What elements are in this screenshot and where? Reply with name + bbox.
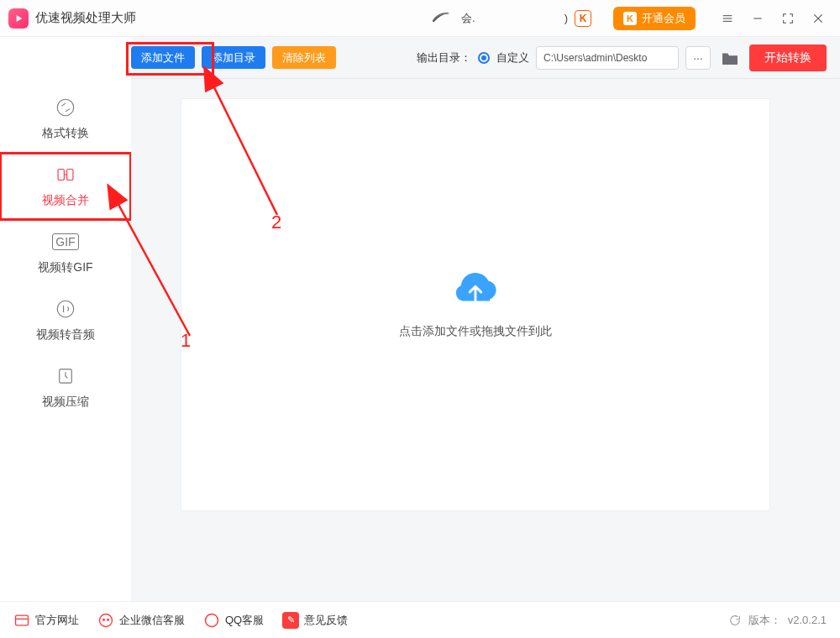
sidebar-item-format-convert[interactable]: 格式转换 [0, 86, 131, 153]
brand-swoosh-icon [431, 8, 453, 28]
output-custom-label: 自定义 [496, 50, 529, 65]
svg-point-15 [103, 619, 105, 620]
sidebar-item-label: 视频压缩 [42, 395, 89, 410]
svg-point-16 [108, 619, 109, 620]
add-file-button[interactable]: 添加文件 [131, 46, 195, 70]
footer-link-label: 企业微信客服 [119, 613, 185, 628]
svg-point-6 [57, 99, 74, 116]
output-custom-radio[interactable] [478, 52, 490, 64]
qq-icon [203, 612, 220, 629]
folder-icon [721, 50, 739, 65]
compress-icon [52, 363, 79, 390]
merge-icon [52, 161, 79, 188]
vip-button-label: 开通会员 [642, 11, 685, 26]
svg-point-17 [206, 614, 218, 626]
sidebar-item-label: 视频转GIF [38, 260, 92, 275]
main-area: 点击添加文件或拖拽文件到此 [131, 79, 840, 601]
gif-icon: GIF [52, 228, 79, 255]
k-badge-icon: K [575, 10, 591, 27]
wechat-icon [97, 612, 114, 629]
minimize-button[interactable] [746, 7, 769, 30]
sidebar-item-video-merge[interactable]: 视频合并 [0, 153, 131, 220]
greeting-text: 会. [461, 11, 475, 26]
version-info: 版本： v2.0.2.1 [728, 613, 827, 628]
footer-link-label: 意见反馈 [304, 613, 348, 628]
app-logo [8, 8, 29, 29]
drop-hint-text: 点击添加文件或拖拽文件到此 [399, 324, 552, 339]
version-label: 版本： [748, 613, 781, 628]
footer-link-label: 官方网址 [35, 613, 79, 628]
footer-link-label: QQ客服 [225, 613, 264, 628]
sidebar-item-label: 视频转音频 [36, 327, 95, 343]
footer-wechat-support[interactable]: 企业微信客服 [97, 612, 185, 629]
svg-rect-12 [16, 615, 29, 625]
open-folder-button[interactable] [717, 46, 743, 70]
app-title: 优速视频处理大师 [35, 10, 136, 26]
close-button[interactable] [806, 7, 830, 30]
feedback-icon: ✎ [282, 612, 299, 629]
footer-feedback[interactable]: ✎ 意见反馈 [282, 612, 348, 629]
sidebar-item-video-to-audio[interactable]: 视频转音频 [0, 287, 131, 354]
fullscreen-button[interactable] [776, 7, 800, 30]
open-vip-button[interactable]: K 开通会员 [613, 7, 696, 30]
play-icon [13, 13, 24, 24]
sidebar: 格式转换 视频合并 GIF 视频转GIF 视频转音频 视频压缩 [0, 37, 131, 601]
titlebar: 优速视频处理大师 会. ) K K 开通会员 [0, 0, 840, 37]
convert-icon [52, 94, 79, 121]
clear-list-button[interactable]: 清除列表 [272, 46, 336, 70]
sidebar-item-label: 格式转换 [42, 126, 89, 141]
globe-icon [13, 612, 30, 629]
vip-k-icon: K [623, 12, 637, 25]
footer-qq-support[interactable]: QQ客服 [203, 612, 264, 629]
add-folder-button[interactable]: 添加目录 [202, 46, 265, 70]
sidebar-item-video-to-gif[interactable]: GIF 视频转GIF [0, 220, 131, 287]
refresh-icon[interactable] [728, 614, 742, 627]
svg-point-14 [100, 614, 113, 626]
output-dir-label: 输出目录： [417, 50, 471, 65]
sidebar-item-video-compress[interactable]: 视频压缩 [0, 354, 131, 421]
footer: 官方网址 企业微信客服 QQ客服 ✎ 意见反馈 版本： v2.0.2.1 [0, 601, 840, 638]
menu-icon[interactable] [716, 7, 739, 30]
version-value: v2.0.2.1 [788, 614, 827, 626]
browse-path-button[interactable]: ··· [685, 46, 711, 70]
cloud-upload-icon [449, 270, 501, 309]
paren-text: ) [564, 12, 568, 24]
svg-rect-7 [58, 170, 64, 180]
start-convert-button[interactable]: 开始转换 [749, 44, 827, 71]
svg-rect-8 [67, 170, 73, 180]
svg-point-10 [57, 301, 74, 317]
footer-official-site[interactable]: 官方网址 [13, 612, 79, 629]
audio-icon [52, 295, 79, 322]
titlebar-center: 会. [431, 8, 475, 28]
sidebar-item-label: 视频合并 [42, 193, 89, 208]
output-path-input[interactable] [536, 46, 679, 70]
drop-zone[interactable]: 点击添加文件或拖拽文件到此 [181, 99, 769, 510]
